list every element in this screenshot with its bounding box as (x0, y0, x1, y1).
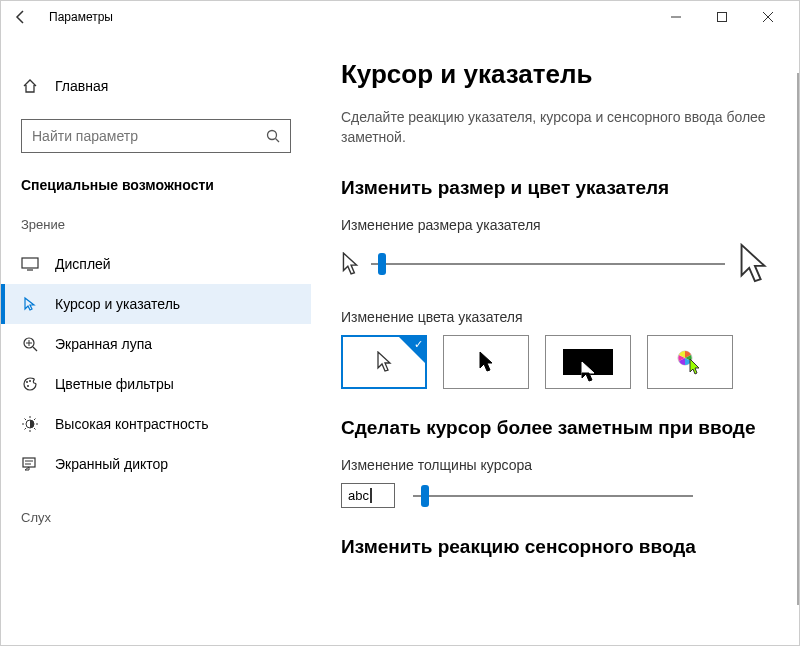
search-input[interactable] (21, 119, 291, 153)
svg-rect-1 (718, 13, 727, 22)
cursor-icon (21, 295, 39, 313)
section-vision: Зрение (21, 217, 311, 232)
section-size-color: Изменить размер и цвет указателя (341, 177, 769, 199)
close-button[interactable] (745, 1, 791, 33)
pointer-color-inverted[interactable] (545, 335, 631, 389)
minimize-button[interactable] (653, 1, 699, 33)
main-content: Курсор и указатель Сделайте реакцию указ… (311, 33, 799, 645)
narrator-icon (21, 455, 39, 473)
text-caret-icon (370, 488, 372, 503)
nav-label: Цветные фильтры (55, 376, 174, 392)
svg-point-12 (27, 385, 29, 387)
nav-color-filters[interactable]: Цветные фильтры (1, 364, 311, 404)
magnifier-icon (21, 335, 39, 353)
svg-line-9 (33, 347, 37, 351)
page-title: Курсор и указатель (341, 59, 769, 90)
category-title: Специальные возможности (21, 177, 311, 193)
palette-icon (21, 375, 39, 393)
pointer-color-label: Изменение цвета указателя (341, 309, 769, 325)
pointer-color-white[interactable] (341, 335, 427, 389)
svg-point-2 (268, 131, 277, 140)
svg-point-10 (26, 381, 28, 383)
nav-cursor[interactable]: Курсор и указатель (1, 284, 311, 324)
window-title: Параметры (49, 10, 113, 24)
contrast-icon (21, 415, 39, 433)
svg-line-21 (25, 428, 27, 430)
titlebar: Параметры (1, 1, 799, 33)
svg-line-3 (276, 139, 280, 143)
search-icon (266, 129, 280, 143)
svg-line-19 (34, 428, 36, 430)
sidebar: Главная Специальные возможности Зрение Д… (1, 33, 311, 645)
section-cursor: Сделать курсор более заметным при вводе (341, 417, 769, 439)
svg-rect-4 (22, 258, 38, 268)
pointer-color-black[interactable] (443, 335, 529, 389)
display-icon (21, 255, 39, 273)
svg-line-20 (34, 419, 36, 421)
svg-line-18 (25, 419, 27, 421)
section-hearing: Слух (21, 510, 311, 525)
section-touch: Изменить реакцию сенсорного ввода (341, 536, 769, 558)
pointer-size-slider[interactable] (371, 252, 725, 276)
maximize-button[interactable] (699, 1, 745, 33)
cursor-large-icon (737, 243, 769, 285)
nav-magnifier[interactable]: Экранная лупа (1, 324, 311, 364)
home-link[interactable]: Главная (21, 77, 311, 95)
scrollbar[interactable] (797, 73, 799, 605)
svg-point-11 (29, 380, 31, 382)
thickness-preview: abc (341, 483, 395, 508)
nav-label: Дисплей (55, 256, 111, 272)
nav-label: Высокая контрастность (55, 416, 208, 432)
nav-display[interactable]: Дисплей (1, 244, 311, 284)
search-field[interactable] (32, 128, 266, 144)
nav-high-contrast[interactable]: Высокая контрастность (1, 404, 311, 444)
check-icon (399, 337, 425, 363)
page-description: Сделайте реакцию указателя, курсора и се… (341, 108, 769, 147)
nav-narrator[interactable]: Экранный диктор (1, 444, 311, 484)
cursor-thickness-label: Изменение толщины курсора (341, 457, 769, 473)
nav-label: Курсор и указатель (55, 296, 180, 312)
home-label: Главная (55, 78, 108, 94)
nav-label: Экранная лупа (55, 336, 152, 352)
back-button[interactable] (9, 5, 33, 29)
home-icon (21, 77, 39, 95)
nav-label: Экранный диктор (55, 456, 168, 472)
pointer-color-custom[interactable] (647, 335, 733, 389)
pointer-size-label: Изменение размера указателя (341, 217, 769, 233)
cursor-thickness-slider[interactable] (413, 484, 693, 508)
cursor-small-icon (341, 252, 359, 276)
svg-rect-22 (23, 458, 35, 467)
